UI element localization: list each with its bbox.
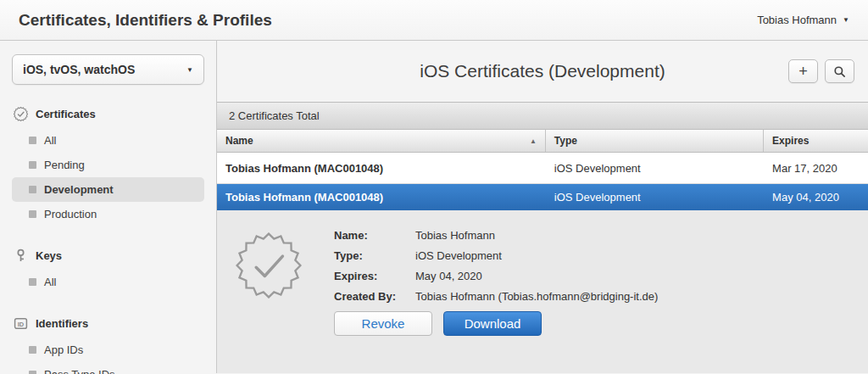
section-label: Keys — [36, 249, 62, 262]
column-header-expires[interactable]: Expires — [764, 130, 868, 152]
cell-type: iOS Development — [546, 191, 764, 204]
detail-actions: Revoke Download — [334, 311, 658, 336]
field-value: iOS Development — [415, 249, 502, 262]
certificate-detail-panel: Name: Tobias Hofmann Type: iOS Developme… — [217, 210, 868, 373]
field-label: Created By: — [334, 290, 415, 303]
certificate-icon — [14, 107, 28, 121]
bullet-icon — [29, 210, 36, 218]
sidebar-section-keys: Keys — [14, 248, 204, 263]
sidebar-item-certificates-production[interactable]: Production — [12, 202, 204, 226]
platform-selector-label: iOS, tvOS, watchOS — [23, 63, 135, 76]
table-header: Name ▲ Type Expires — [217, 130, 868, 153]
bullet-icon — [29, 186, 36, 193]
certificates-total: 2 Certificates Total — [229, 109, 320, 122]
detail-field-type: Type: iOS Development — [334, 249, 658, 262]
download-button[interactable]: Download — [443, 311, 542, 336]
search-icon — [833, 65, 846, 78]
detail-field-name: Name: Tobias Hofmann — [334, 229, 658, 242]
sidebar-section-identifiers: ID Identifiers — [14, 316, 204, 331]
platform-selector[interactable]: iOS, tvOS, watchOS ▼ — [12, 54, 204, 85]
main-header: iOS Certificates (Development) + — [217, 41, 868, 102]
field-value: Tobias Hofmann (Tobias.hofmann@bridging-… — [415, 290, 658, 303]
user-name: Tobias Hofmann — [757, 14, 837, 26]
table-row[interactable]: Tobias Hofmann (MAC001048) iOS Developme… — [217, 153, 868, 184]
bullet-icon — [29, 161, 36, 169]
sidebar-section-certificates: Certificates — [14, 107, 204, 121]
field-label: Expires: — [334, 270, 415, 282]
sidebar-item-keys-all[interactable]: All — [12, 270, 204, 294]
sidebar-item-label: Production — [44, 208, 97, 220]
sidebar-item-label: Pending — [44, 159, 85, 171]
column-label: Name — [225, 135, 253, 147]
main-content: iOS Certificates (Development) + 2 Certi… — [217, 41, 868, 373]
detail-field-created-by: Created By: Tobias Hofmann (Tobias.hofma… — [334, 290, 658, 303]
table-row-selected[interactable]: Tobias Hofmann (MAC001048) iOS Developme… — [217, 184, 868, 210]
sidebar: iOS, tvOS, watchOS ▼ Certificates All Pe… — [0, 41, 217, 373]
svg-text:ID: ID — [18, 321, 25, 328]
bullet-icon — [29, 137, 36, 144]
add-button[interactable]: + — [788, 59, 818, 83]
summary-bar: 2 Certificates Total — [217, 102, 868, 130]
field-label: Name: — [334, 229, 415, 242]
detail-field-expires: Expires: May 04, 2020 — [334, 270, 658, 282]
sidebar-item-label: Pass Type IDs — [44, 368, 115, 374]
sidebar-item-label: All — [44, 134, 56, 147]
sidebar-item-app-ids[interactable]: App IDs — [12, 338, 204, 362]
page-title: Certificates, Identifiers & Profiles — [19, 11, 272, 30]
sidebar-item-pass-type-ids[interactable]: Pass Type IDs — [12, 362, 204, 374]
id-icon: ID — [14, 316, 28, 331]
cell-name: Tobias Hofmann (MAC001048) — [217, 191, 546, 204]
column-label: Type — [554, 135, 577, 147]
column-label: Expires — [772, 135, 809, 147]
user-menu[interactable]: Tobias Hofmann ▼ — [757, 14, 849, 26]
certificate-seal-icon — [236, 232, 302, 299]
section-label: Identifiers — [36, 317, 88, 330]
cell-expires: Mar 17, 2020 — [764, 162, 868, 175]
plus-icon: + — [798, 64, 808, 79]
sidebar-item-label: App IDs — [44, 343, 83, 356]
page-body: iOS, tvOS, watchOS ▼ Certificates All Pe… — [0, 41, 868, 373]
chevron-down-icon: ▼ — [843, 16, 849, 24]
cell-name: Tobias Hofmann (MAC001048) — [217, 162, 546, 175]
sidebar-item-label: All — [44, 276, 56, 288]
certificates-table: Name ▲ Type Expires Tobias Hofmann (MAC0… — [217, 130, 868, 210]
cell-type: iOS Development — [546, 162, 764, 175]
column-header-type[interactable]: Type — [546, 130, 764, 152]
main-title: iOS Certificates (Development) — [420, 61, 665, 81]
bullet-icon — [29, 278, 36, 286]
cell-expires: May 04, 2020 — [764, 191, 868, 204]
sidebar-item-label: Development — [44, 183, 114, 196]
bullet-icon — [29, 346, 36, 354]
section-label: Certificates — [36, 108, 96, 120]
sidebar-item-certificates-pending[interactable]: Pending — [12, 153, 204, 177]
sidebar-item-certificates-development[interactable]: Development — [12, 177, 204, 202]
sidebar-item-certificates-all[interactable]: All — [12, 128, 204, 153]
revoke-button[interactable]: Revoke — [334, 311, 432, 336]
field-value: Tobias Hofmann — [415, 229, 495, 242]
search-button[interactable] — [825, 59, 854, 83]
column-header-name[interactable]: Name ▲ — [217, 130, 546, 152]
key-icon — [14, 248, 28, 263]
bullet-icon — [29, 371, 36, 374]
field-value: May 04, 2020 — [415, 270, 482, 282]
top-header: Certificates, Identifiers & Profiles Tob… — [0, 0, 868, 41]
sort-ascending-icon: ▲ — [530, 137, 537, 145]
main-toolbar: + — [788, 59, 854, 83]
chevron-down-icon: ▼ — [186, 66, 193, 74]
detail-fields: Name: Tobias Hofmann Type: iOS Developme… — [334, 229, 658, 373]
field-label: Type: — [334, 249, 415, 262]
